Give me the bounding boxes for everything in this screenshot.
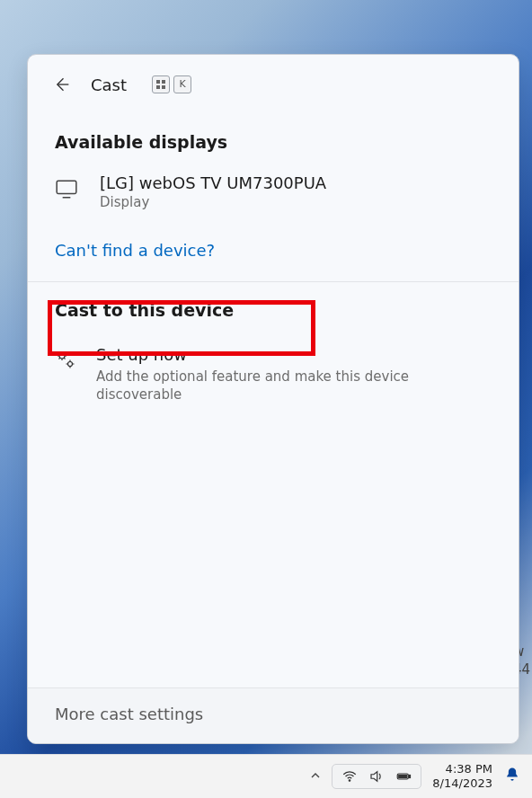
- wifi-icon: [341, 768, 358, 785]
- device-item[interactable]: [LG] webOS TV UM7300PUA Display: [28, 164, 519, 226]
- cant-find-device-link[interactable]: Can't find a device?: [55, 241, 215, 260]
- svg-point-7: [350, 780, 351, 782]
- date: 8/14/2023: [432, 776, 492, 791]
- cast-panel: Cast K Available displays [LG] webOS TV …: [27, 54, 519, 744]
- device-name: [LG] webOS TV UM7300PUA: [100, 173, 326, 192]
- panel-spacer: [28, 422, 519, 688]
- time: 4:38 PM: [432, 762, 492, 776]
- bell-icon: [503, 766, 521, 784]
- tray-overflow-button[interactable]: [305, 769, 326, 784]
- svg-rect-2: [156, 85, 160, 89]
- arrow-left-icon: [52, 75, 70, 93]
- svg-rect-4: [57, 181, 76, 193]
- shortcut-key: K: [173, 75, 191, 93]
- panel-header: Cast K: [28, 55, 519, 109]
- setup-text: Set up now Add the optional feature and …: [96, 345, 492, 404]
- cast-to-device-heading: Cast to this device: [28, 282, 519, 332]
- panel-title: Cast: [91, 75, 127, 94]
- shortcut-hint: K: [152, 75, 191, 93]
- battery-icon: [395, 768, 412, 785]
- volume-icon: [368, 768, 385, 785]
- notifications-button[interactable]: [503, 766, 523, 787]
- svg-rect-3: [162, 85, 165, 89]
- monitor-icon: [55, 177, 80, 204]
- svg-rect-1: [162, 80, 165, 84]
- system-tray-group[interactable]: [332, 764, 421, 789]
- setup-now-item[interactable]: Set up now Add the optional feature and …: [28, 332, 519, 422]
- windows-key-icon: [152, 75, 170, 93]
- device-text: [LG] webOS TV UM7300PUA Display: [100, 173, 326, 210]
- taskbar: 4:38 PM 8/14/2023: [0, 754, 532, 798]
- more-cast-settings-link[interactable]: More cast settings: [28, 687, 519, 743]
- svg-rect-9: [409, 776, 411, 778]
- chevron-up-icon: [310, 770, 321, 781]
- setup-title: Set up now: [96, 345, 492, 364]
- svg-rect-10: [399, 776, 407, 778]
- back-button[interactable]: [51, 75, 71, 94]
- device-type: Display: [100, 194, 326, 210]
- svg-point-6: [68, 362, 73, 367]
- available-displays-heading: Available displays: [28, 109, 519, 164]
- clock[interactable]: 4:38 PM 8/14/2023: [432, 762, 492, 792]
- help-link-container: Can't find a device?: [28, 226, 519, 282]
- gears-icon: [55, 349, 80, 374]
- svg-rect-0: [156, 80, 160, 84]
- setup-subtitle: Add the optional feature and make this d…: [96, 368, 492, 404]
